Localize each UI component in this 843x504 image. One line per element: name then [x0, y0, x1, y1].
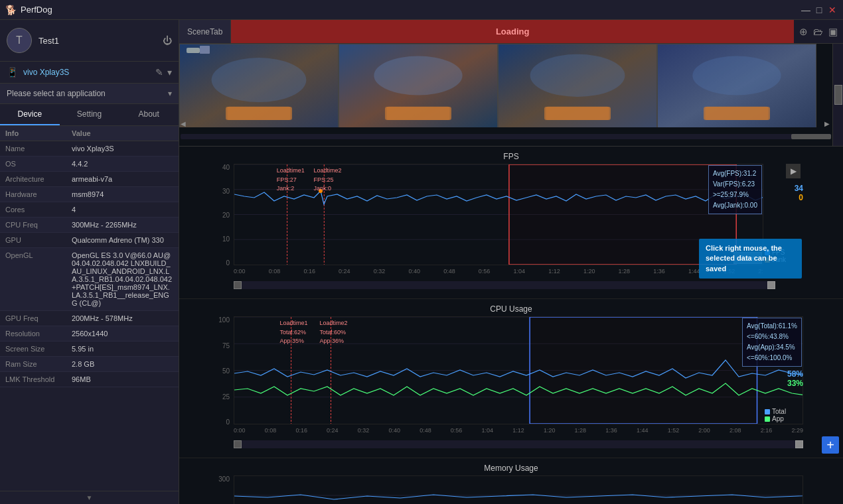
memory-chart-title: Memory Usage: [179, 464, 843, 473]
cpu-lt1-title: Loadtime1: [279, 319, 307, 328]
total-legend-dot: [765, 409, 770, 414]
minimize-button[interactable]: —: [801, 5, 811, 15]
power-icon[interactable]: ⏻: [163, 35, 172, 46]
app-selector[interactable]: Please select an application ▾: [0, 84, 179, 104]
loadtime1-jank: Jank:2: [277, 184, 305, 194]
x-label: 0:48: [420, 427, 431, 439]
fps-gte25: >=25:97.9%: [713, 190, 757, 200]
fps-y-label: 10: [222, 235, 230, 243]
cpu-stats-overlay: Avg(Total):61.1% <=60%:43.8% Avg(App):34…: [742, 318, 802, 367]
cpu-lt2-total: Total:60%: [319, 328, 347, 338]
x-label: 0:08: [265, 427, 277, 439]
info-table-row: Architecture armeabi-v7a: [0, 172, 179, 187]
dropdown-arrow-icon[interactable]: ▾: [167, 67, 172, 78]
app-legend-dot: [765, 416, 770, 422]
x-label: 1:12: [548, 268, 560, 280]
screenshot-image: [657, 44, 816, 134]
tab-bar: Device Setting About: [0, 104, 179, 126]
screenshot-strip: 2:21 2:23: [179, 44, 843, 147]
sidebar-scroll-button[interactable]: ▼: [0, 491, 179, 504]
device-selector: 📱 vivo Xplay3S ✎ ▾: [0, 62, 179, 84]
x-label: 0:00: [234, 427, 246, 439]
add-chart-button[interactable]: +: [822, 436, 839, 454]
edit-icon[interactable]: ✎: [155, 67, 163, 78]
strip-scroll-left-icon[interactable]: ◀: [179, 120, 187, 127]
fps-current-values: 34 0: [765, 184, 803, 202]
cpu-scroll-left-handle[interactable]: [234, 440, 242, 448]
fps-play-button[interactable]: ▶: [786, 164, 801, 178]
cpu-app-value: 33%: [765, 379, 803, 388]
cpu-scroll-right-handle[interactable]: [795, 440, 803, 448]
sidebar: T Test1 ⏻ 📱 vivo Xplay3S ✎ ▾ Please sele…: [0, 20, 179, 504]
x-label: 1:28: [619, 268, 631, 280]
fps-var: Var(FPS):6.23: [713, 179, 757, 190]
device-name: vivo Xplay3S: [23, 68, 150, 77]
info-table-row: Name vivo Xplay3S: [0, 141, 179, 157]
fps-scroll-left-handle[interactable]: [234, 281, 242, 289]
maximize-button[interactable]: □: [814, 5, 824, 15]
jank-value: 0: [765, 193, 803, 202]
info-cell-label: Cores: [0, 202, 66, 217]
info-table-row: OpenGL OpenGL ES 3.0 V@66.0 AU@04.04.02.…: [0, 248, 179, 311]
info-table-header: Info Value: [0, 126, 179, 141]
info-table-row: Hardware msm8974: [0, 187, 179, 202]
info-table-row: Screen Size 5.95 in: [0, 342, 179, 357]
strip-scroll-right-icon[interactable]: ▶: [823, 120, 831, 127]
cpu-y-label: 25: [222, 393, 230, 401]
fps-avg: Avg(FPS):31.2: [713, 168, 757, 179]
cpu-chart: CPU Usage 100 75 50 25 0: [179, 299, 843, 458]
x-label: 0:08: [269, 268, 281, 280]
x-label: 1:36: [605, 427, 617, 439]
cpu-y-label: 100: [218, 316, 230, 324]
info-table-row: Ram Size 2.8 GB: [0, 357, 179, 372]
fps-chart-title: FPS: [179, 152, 843, 161]
tab-about[interactable]: About: [119, 104, 179, 125]
close-button[interactable]: ✕: [827, 5, 838, 15]
x-label: 0:40: [408, 268, 420, 280]
info-cell-label: Ram Size: [0, 357, 66, 371]
cpu-chart-scrollbar: [234, 440, 803, 448]
scenetab-label: SceneTab: [179, 20, 231, 43]
cpu-lte60-app: <=60%:100.0%: [747, 353, 797, 363]
info-table-row: OS 4.4.2: [0, 157, 179, 172]
folder-icon[interactable]: 🗁: [813, 26, 823, 37]
tab-setting[interactable]: Setting: [60, 104, 119, 125]
svg-rect-1: [187, 48, 200, 53]
expand-icon[interactable]: ▣: [828, 26, 838, 38]
x-label: 2:08: [729, 427, 741, 439]
x-label: 1:20: [583, 268, 595, 280]
x-label: 0:32: [358, 427, 370, 439]
titlebar: 🐕 PerfDog — □ ✕: [0, 0, 843, 20]
memory-chart: Memory Usage 300 Log: [179, 458, 843, 504]
device-actions: ✎ ▾: [155, 67, 172, 78]
info-cell-value: 4.4.2: [66, 157, 179, 171]
info-table-row: Resolution 2560x1440: [0, 326, 179, 342]
info-cell-value: 2.8 GB: [66, 357, 179, 371]
cpu-legend-app: App: [765, 415, 803, 422]
loadtime1-title: Loadtime1: [277, 166, 305, 176]
target-icon[interactable]: ⊕: [799, 26, 808, 38]
fps-avg-jank: Avg(Jank):0.00: [713, 200, 757, 211]
svg-rect-30: [530, 317, 757, 424]
info-cell-value: 2560x1440: [66, 326, 179, 341]
info-cell-value: 96MB: [66, 372, 179, 387]
x-label: 0:16: [303, 268, 315, 280]
fps-scroll-right-handle[interactable]: [767, 281, 775, 289]
strip-scrollbar-thumb[interactable]: [834, 85, 842, 105]
app-legend-label: App: [772, 415, 784, 422]
info-cell-value: armeabi-v7a: [66, 172, 179, 186]
fps-y-label: 0: [226, 259, 230, 267]
info-cell-value: vivo Xplay3S: [66, 141, 179, 156]
tab-device[interactable]: Device: [0, 104, 60, 125]
info-table-row: GPU Qualcomm Adreno (TM) 330: [0, 233, 179, 248]
loadtime2-label: Loadtime2 FPS:25 Jank:0: [313, 166, 341, 194]
strip-hscroll-thumb[interactable]: [791, 134, 831, 139]
cpu-avg-total: Avg(Total):61.1%: [747, 321, 797, 332]
svg-rect-13: [705, 107, 768, 120]
x-label: 1:36: [653, 268, 665, 280]
user-area: T Test1 ⏻: [0, 20, 179, 62]
cpu-loadtime2-label: Loadtime2 Total:60% App:36%: [319, 319, 347, 346]
cpu-total-value: 58%: [765, 369, 803, 379]
fps-y-axis: 40 30 20 10 0: [207, 164, 232, 267]
info-cell-label: LMK Threshold: [0, 372, 66, 387]
